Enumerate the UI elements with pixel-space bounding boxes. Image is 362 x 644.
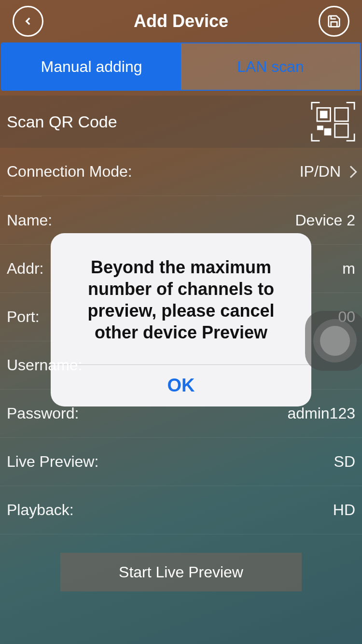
live-preview-row[interactable]: Live Preview: SD: [0, 438, 362, 486]
back-button[interactable]: [13, 6, 43, 37]
connection-mode-label: Connection Mode:: [7, 163, 132, 181]
start-live-preview-button[interactable]: Start Live Preview: [60, 553, 302, 591]
svg-rect-2: [335, 108, 348, 121]
playback-row[interactable]: Playback: HD: [0, 486, 362, 534]
playback-value: HD: [333, 501, 355, 519]
svg-rect-1: [320, 112, 327, 118]
addr-row[interactable]: Addr: m: [0, 245, 362, 293]
save-icon: [327, 14, 341, 28]
name-label: Name:: [7, 211, 52, 229]
tab-bar: Manual adding LAN scan: [1, 42, 361, 91]
password-row[interactable]: Password: admin123: [0, 390, 362, 438]
playback-label: Playback:: [7, 501, 74, 519]
addr-value: m: [342, 260, 355, 278]
live-preview-value: SD: [334, 453, 355, 471]
svg-rect-4: [324, 128, 332, 136]
port-label: Port:: [7, 308, 40, 326]
live-preview-label: Live Preview:: [7, 453, 98, 471]
scan-qr-row[interactable]: Scan QR Code: [0, 96, 362, 148]
tab-manual-adding[interactable]: Manual adding: [2, 43, 181, 90]
svg-rect-5: [335, 124, 348, 138]
svg-rect-3: [317, 126, 323, 130]
username-label: Username:: [7, 356, 83, 374]
page-title: Add Device: [0, 11, 362, 31]
scan-qr-label: Scan QR Code: [7, 112, 117, 131]
tab-lan-scan[interactable]: LAN scan: [181, 43, 360, 90]
connection-mode-row[interactable]: Connection Mode: IP/DN: [0, 148, 362, 196]
password-label: Password:: [7, 405, 79, 422]
assistive-touch-icon: [313, 319, 357, 363]
save-button[interactable]: [319, 6, 349, 37]
name-value: Device 2: [295, 211, 356, 229]
name-row[interactable]: Name: Device 2: [0, 196, 362, 245]
connection-mode-value: IP/DN: [300, 163, 341, 181]
chevron-left-icon: [22, 15, 34, 28]
chevron-right-icon: [345, 166, 357, 178]
qr-code-icon: [311, 101, 355, 142]
addr-label: Addr:: [7, 260, 43, 278]
password-value: admin123: [287, 405, 355, 422]
assistive-touch-button[interactable]: [305, 311, 362, 371]
